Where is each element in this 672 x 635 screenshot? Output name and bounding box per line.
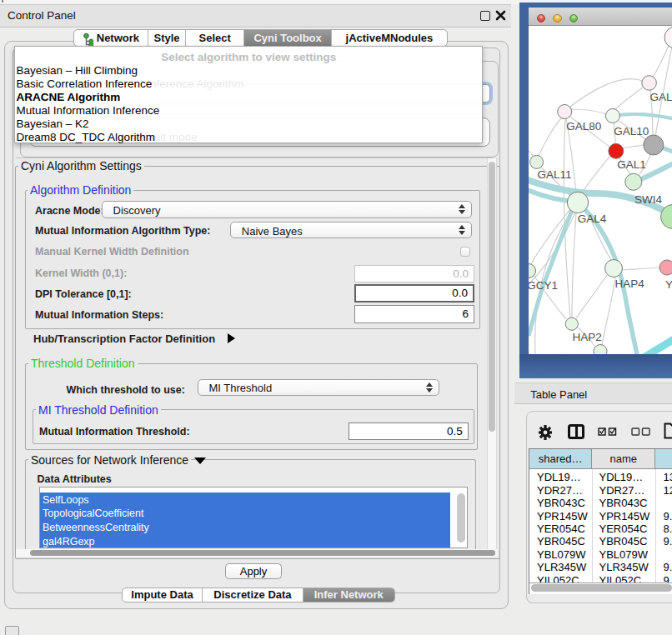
svg-text:GAL4: GAL4 xyxy=(578,212,607,225)
svg-text:Y: Y xyxy=(665,278,672,291)
svg-text:HAP2: HAP2 xyxy=(573,331,602,343)
svg-text:SWI4: SWI4 xyxy=(634,193,662,206)
svg-text:HAP4: HAP4 xyxy=(614,278,644,290)
svg-text:GAL80: GAL80 xyxy=(566,120,601,132)
svg-text:GAL11: GAL11 xyxy=(537,168,571,181)
svg-text:GAL1: GAL1 xyxy=(617,158,646,171)
svg-text:GAL2: GAL2 xyxy=(650,91,672,103)
svg-text:GAL10: GAL10 xyxy=(614,125,649,138)
svg-text:GCY1: GCY1 xyxy=(529,279,558,292)
